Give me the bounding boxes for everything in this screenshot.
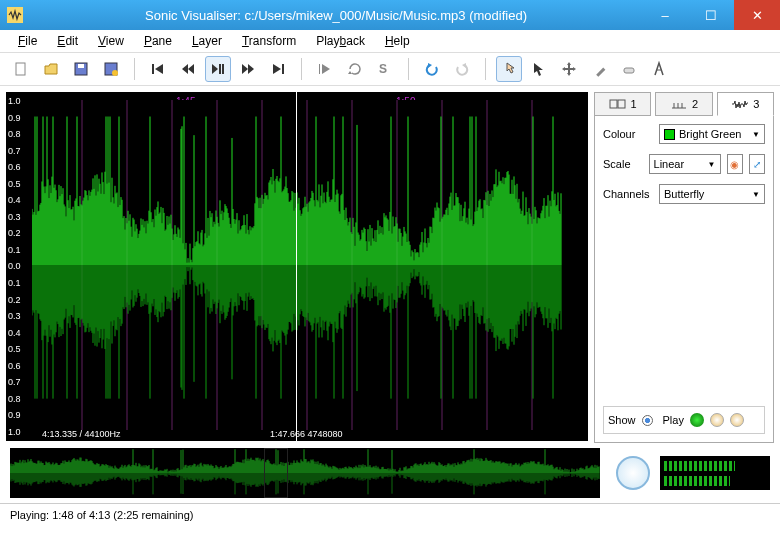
svg-rect-24 bbox=[596, 68, 605, 77]
undo-button[interactable] bbox=[419, 56, 445, 82]
play-label: Play bbox=[663, 414, 684, 426]
overview-window[interactable] bbox=[264, 448, 288, 498]
select-tool[interactable] bbox=[526, 56, 552, 82]
solo-button[interactable]: S bbox=[372, 56, 398, 82]
window-title: Sonic Visualiser: c:/Users/mikew_000/Mus… bbox=[30, 8, 642, 23]
svg-point-5 bbox=[112, 70, 118, 76]
ffwd-button[interactable] bbox=[235, 56, 261, 82]
svg-rect-3 bbox=[78, 64, 84, 68]
gain-dial[interactable]: ◉ bbox=[727, 154, 743, 174]
menu-bar: File Edit View Pane Layer Transform Play… bbox=[0, 30, 780, 52]
play-gain-dial[interactable] bbox=[710, 413, 724, 427]
svg-marker-10 bbox=[212, 64, 218, 74]
waveform-pane[interactable]: 1.00.90.80.70.60.50.40.30.20.10.00.10.20… bbox=[6, 92, 588, 441]
play-toggle[interactable] bbox=[690, 413, 704, 427]
svg-marker-18 bbox=[322, 64, 330, 74]
pane-icon bbox=[609, 99, 627, 109]
menu-pane[interactable]: Pane bbox=[136, 32, 180, 50]
measure-tool[interactable] bbox=[646, 56, 672, 82]
menu-layer[interactable]: Layer bbox=[184, 32, 230, 50]
tab-pane-1[interactable]: 1 bbox=[594, 92, 651, 116]
svg-rect-17 bbox=[319, 64, 320, 74]
show-label: Show bbox=[608, 414, 636, 426]
scale-select[interactable]: Linear ▼ bbox=[649, 154, 721, 174]
svg-marker-8 bbox=[182, 64, 188, 74]
svg-marker-15 bbox=[273, 64, 281, 74]
save-button[interactable] bbox=[68, 56, 94, 82]
rewind-start-button[interactable] bbox=[145, 56, 171, 82]
menu-playback[interactable]: Playback bbox=[308, 32, 373, 50]
minimize-button[interactable]: – bbox=[642, 0, 688, 30]
layer-properties-panel: Colour Bright Green ▼ Scale Linear ▼ ◉ ⤢… bbox=[594, 116, 774, 443]
play-pause-button[interactable] bbox=[205, 56, 231, 82]
svg-rect-27 bbox=[610, 100, 617, 108]
tab-ruler-2[interactable]: 2 bbox=[655, 92, 712, 116]
menu-help[interactable]: Help bbox=[377, 32, 418, 50]
playback-speed-dial[interactable] bbox=[616, 456, 650, 490]
app-icon bbox=[0, 7, 30, 23]
colour-select[interactable]: Bright Green ▼ bbox=[659, 124, 765, 144]
ffwd-end-button[interactable] bbox=[265, 56, 291, 82]
svg-rect-6 bbox=[152, 64, 154, 74]
new-session-button[interactable] bbox=[8, 56, 34, 82]
tab-waveform-3[interactable]: 3 bbox=[717, 92, 774, 116]
colour-label: Colour bbox=[603, 128, 653, 140]
waveform-icon bbox=[731, 99, 749, 109]
rewind-button[interactable] bbox=[175, 56, 201, 82]
menu-edit[interactable]: Edit bbox=[49, 32, 86, 50]
open-button[interactable] bbox=[38, 56, 64, 82]
menu-view[interactable]: View bbox=[90, 32, 132, 50]
y-axis-labels: 1.00.90.80.70.60.50.40.30.20.10.00.10.20… bbox=[8, 92, 21, 441]
menu-transform[interactable]: Transform bbox=[234, 32, 304, 50]
draw-tool[interactable] bbox=[586, 56, 612, 82]
svg-marker-21 bbox=[428, 63, 432, 68]
move-tool[interactable] bbox=[556, 56, 582, 82]
save-as-button[interactable] bbox=[98, 56, 124, 82]
normalize-button[interactable]: ⤢ bbox=[749, 154, 765, 174]
duration-readout: 4:13.335 / 44100Hz bbox=[42, 429, 121, 439]
svg-rect-12 bbox=[222, 64, 224, 74]
svg-marker-14 bbox=[248, 64, 254, 74]
svg-rect-28 bbox=[618, 100, 625, 108]
play-selection-button[interactable] bbox=[312, 56, 338, 82]
svg-rect-1 bbox=[16, 63, 25, 75]
loop-button[interactable] bbox=[342, 56, 368, 82]
svg-rect-16 bbox=[282, 64, 284, 74]
maximize-button[interactable]: ☐ bbox=[688, 0, 734, 30]
overview-pane[interactable] bbox=[10, 448, 606, 498]
erase-tool[interactable] bbox=[616, 56, 642, 82]
svg-marker-23 bbox=[534, 63, 543, 76]
svg-text:S: S bbox=[379, 62, 387, 76]
navigate-tool[interactable] bbox=[496, 56, 522, 82]
channels-select[interactable]: Butterfly ▼ bbox=[659, 184, 765, 204]
svg-marker-22 bbox=[462, 63, 466, 68]
svg-rect-25 bbox=[624, 68, 634, 73]
play-pan-dial[interactable] bbox=[730, 413, 744, 427]
waveform-canvas bbox=[32, 100, 562, 430]
menu-file[interactable]: File bbox=[10, 32, 45, 50]
svg-rect-11 bbox=[219, 64, 221, 74]
toolbar: S bbox=[0, 52, 780, 86]
close-button[interactable]: ✕ bbox=[734, 0, 780, 30]
level-meter bbox=[660, 456, 770, 490]
cursor-readout: 1:47.666 4748080 bbox=[270, 429, 343, 439]
channels-label: Channels bbox=[603, 188, 653, 200]
scale-label: Scale bbox=[603, 158, 643, 170]
status-text: Playing: 1:48 of 4:13 (2:25 remaining) bbox=[10, 509, 193, 521]
redo-button[interactable] bbox=[449, 56, 475, 82]
ruler-icon bbox=[670, 99, 688, 109]
svg-marker-13 bbox=[242, 64, 248, 74]
svg-marker-19 bbox=[348, 71, 352, 74]
show-toggle[interactable] bbox=[642, 415, 653, 426]
playback-cursor bbox=[296, 92, 297, 441]
overview-canvas bbox=[10, 448, 600, 498]
svg-marker-9 bbox=[188, 64, 194, 74]
colour-swatch bbox=[664, 129, 675, 140]
svg-marker-7 bbox=[155, 64, 163, 74]
status-bar: Playing: 1:48 of 4:13 (2:25 remaining) bbox=[0, 503, 780, 525]
